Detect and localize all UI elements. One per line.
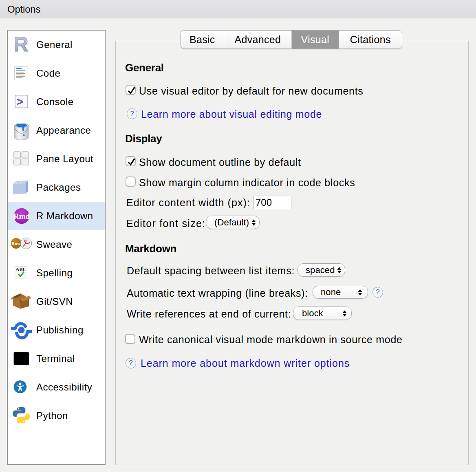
svg-text:ABC: ABC: [15, 267, 26, 272]
svg-text:>: >: [17, 96, 23, 108]
svg-text:Rmd: Rmd: [13, 212, 30, 221]
svg-text:R: R: [13, 33, 28, 56]
svg-text:Rnw: Rnw: [11, 241, 20, 246]
